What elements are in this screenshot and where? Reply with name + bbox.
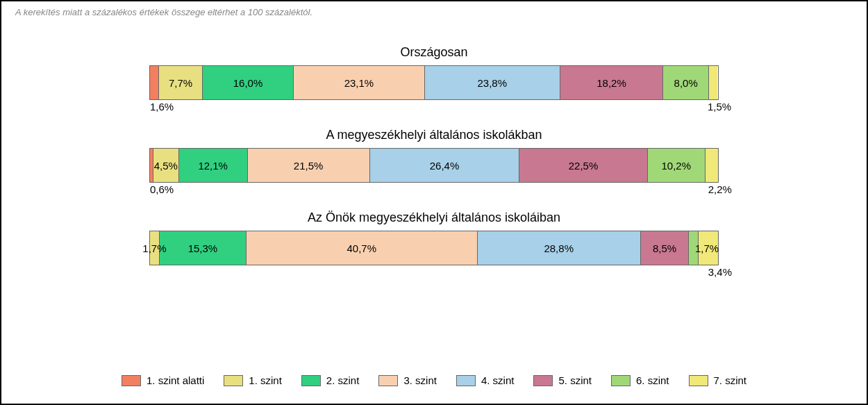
segment-1.-szint: 4,5% [153, 149, 179, 182]
stacked-bar: 1,7%15,3%40,7%28,8%8,5%1,7%3,4% [149, 231, 719, 265]
segment-label: 26,4% [430, 160, 460, 172]
segment-label: 1,6% [150, 99, 174, 113]
segment-label: 4,5% [154, 160, 178, 172]
segment-label: 15,3% [188, 242, 218, 254]
segment-label: 18,2% [596, 77, 626, 89]
legend-item: 2. szint [301, 374, 360, 386]
legend-item: 4. szint [456, 374, 515, 386]
segment-3.-szint: 23,1% [294, 66, 425, 99]
bar-group-national: Országosan 1,6%7,7%16,0%23,1%23,8%18,2%8… [15, 45, 853, 100]
legend-item: 1. szint alatti [122, 374, 204, 386]
segment-3.-szint: 21,5% [248, 149, 370, 182]
legend-item: 6. szint [611, 374, 669, 386]
bar-group-county: A megyeszékhelyi általános iskolákban 0,… [15, 128, 853, 183]
legend: 1. szint alatti1. szint2. szint3. szint4… [1, 374, 867, 386]
segment-label: 10,2% [661, 160, 691, 172]
legend-label: 6. szint [636, 374, 669, 386]
legend-label: 1. szint [249, 374, 282, 386]
bar-title: Az Önök megyeszékhelyi általános iskolái… [308, 210, 560, 225]
rounding-note: A kerekítés miatt a százalékos értékek ö… [15, 7, 853, 17]
segment-7.-szint: 1,5% [709, 66, 717, 99]
legend-swatch [611, 375, 631, 386]
stacked-bar: 1,6%7,7%16,0%23,1%23,8%18,2%8,0%1,5% [149, 65, 719, 100]
legend-item: 5. szint [533, 374, 592, 386]
segment-6.-szint: 8,0% [663, 66, 708, 99]
segment-label: 2,2% [708, 182, 732, 195]
legend-swatch [122, 375, 141, 386]
segment-5.-szint: 22,5% [519, 149, 647, 182]
chart-area: Országosan 1,6%7,7%16,0%23,1%23,8%18,2%8… [15, 45, 853, 286]
chart-container: A kerekítés miatt a százalékos értékek ö… [0, 0, 868, 405]
segment-label: 8,0% [674, 77, 698, 89]
legend-swatch [301, 375, 321, 386]
legend-item: 1. szint [224, 374, 282, 386]
segment-1.-szint: 1,7% [150, 231, 160, 265]
segment-6.-szint: 1,7% [689, 231, 699, 265]
legend-swatch [456, 375, 476, 386]
segment-5.-szint: 18,2% [560, 66, 664, 99]
segment-label: 8,5% [653, 242, 676, 254]
legend-swatch [689, 375, 708, 386]
bar-group-own: Az Önök megyeszékhelyi általános iskolái… [15, 210, 853, 265]
segment-label: 22,5% [569, 160, 599, 172]
segment-label: 23,8% [477, 77, 507, 89]
segment-label: 3,4% [708, 265, 732, 278]
segment-label: 0,6% [150, 182, 174, 195]
legend-label: 7. szint [714, 374, 747, 386]
segment-5.-szint: 8,5% [641, 231, 689, 265]
legend-swatch [533, 375, 553, 386]
legend-swatch [224, 375, 243, 386]
legend-label: 1. szint alatti [147, 374, 204, 386]
segment-3.-szint: 40,7% [247, 231, 478, 265]
legend-label: 2. szint [326, 374, 360, 386]
legend-label: 4. szint [481, 374, 515, 386]
segment-2.-szint: 15,3% [160, 231, 247, 265]
segment-label: 16,0% [233, 77, 263, 89]
legend-label: 5. szint [558, 374, 592, 386]
segment-7.-szint: 2,2% [706, 149, 718, 182]
legend-item: 3. szint [378, 374, 437, 386]
segment-4.-szint: 26,4% [370, 149, 520, 182]
segment-4.-szint: 28,8% [478, 231, 641, 265]
legend-item: 7. szint [689, 374, 747, 386]
segment-1.-szint: 7,7% [159, 66, 203, 99]
segment-label: 40,7% [347, 242, 376, 254]
legend-label: 3. szint [403, 374, 437, 386]
segment-label: 1,7% [142, 242, 166, 254]
segment-label: 21,5% [294, 160, 324, 172]
bar-title: A megyeszékhelyi általános iskolákban [326, 128, 542, 142]
stacked-bar: 0,6%4,5%12,1%21,5%26,4%22,5%10,2%2,2% [149, 148, 719, 183]
segment-2.-szint: 16,0% [203, 66, 294, 99]
segment-label: 7,7% [169, 77, 192, 89]
segment-6.-szint: 10,2% [648, 149, 706, 182]
segment-2.-szint: 12,1% [179, 149, 248, 182]
segment-label: 28,8% [544, 242, 574, 254]
segment-1.-szint-alatti: 1,6% [150, 66, 159, 99]
segment-4.-szint: 23,8% [425, 66, 560, 99]
bar-title: Országosan [400, 45, 467, 60]
segment-label: 1,5% [708, 99, 731, 113]
legend-swatch [378, 375, 398, 386]
segment-label: 1,7% [695, 242, 719, 254]
segment-label: 12,1% [198, 160, 228, 172]
segment-label: 23,1% [344, 77, 374, 89]
